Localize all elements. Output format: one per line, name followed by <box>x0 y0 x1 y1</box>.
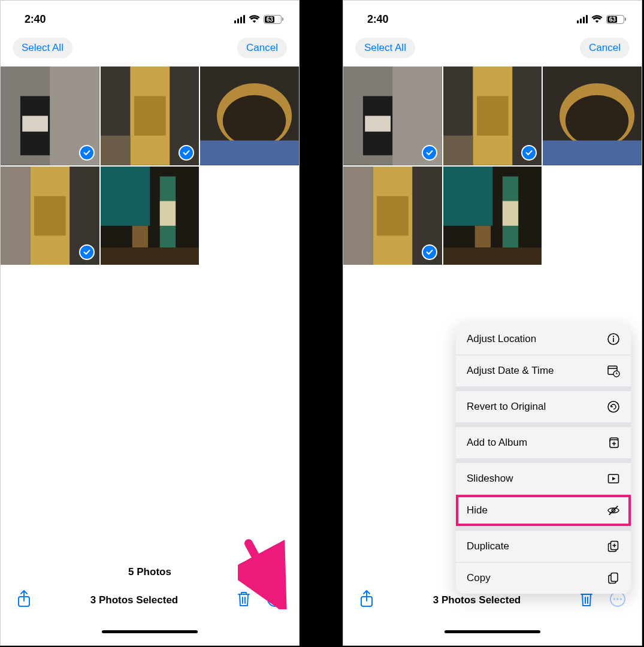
svg-rect-11 <box>200 141 299 165</box>
battery-icon: 63 <box>606 15 626 24</box>
svg-rect-2 <box>22 116 48 131</box>
trash-button[interactable] <box>234 588 253 612</box>
status-indicators: 63 <box>234 15 283 24</box>
svg-rect-19 <box>159 201 175 225</box>
svg-rect-67 <box>611 573 618 582</box>
svg-rect-49 <box>443 247 542 265</box>
photo-thumb[interactable] <box>101 66 199 165</box>
share-button[interactable] <box>356 588 377 612</box>
menu-slideshow[interactable]: Slideshow <box>456 463 631 494</box>
actions-menu: Adjust Location Adjust Date & Time Rever… <box>456 324 631 594</box>
duplicate-icon <box>607 540 620 553</box>
select-all-button[interactable]: Select All <box>355 38 415 58</box>
menu-duplicate[interactable]: Duplicate <box>456 531 631 562</box>
photo-thumb[interactable] <box>543 66 642 165</box>
selection-count-label: 3 Photos Selected <box>90 594 178 606</box>
status-indicators: 63 <box>577 15 626 24</box>
toolbar: 3 Photos Selected <box>343 588 642 645</box>
svg-point-52 <box>613 598 615 600</box>
svg-rect-14 <box>34 196 66 235</box>
phone-screenshot-right: 2:40 63 Select All Cancel <box>343 0 642 646</box>
nav-bar: Select All Cancel <box>1 29 299 66</box>
home-indicator <box>102 630 198 633</box>
share-button[interactable] <box>14 588 34 612</box>
svg-rect-21 <box>101 247 199 265</box>
svg-line-65 <box>609 506 618 515</box>
select-all-button[interactable]: Select All <box>13 38 72 58</box>
svg-point-10 <box>223 95 286 147</box>
home-indicator <box>445 630 540 633</box>
svg-rect-43 <box>343 167 373 265</box>
photo-count-label: 5 Photos <box>128 566 171 578</box>
menu-adjust-datetime[interactable]: Adjust Date & Time <box>456 355 631 386</box>
nav-bar: Select All Cancel <box>343 29 642 66</box>
svg-point-56 <box>613 336 614 337</box>
photo-thumb[interactable] <box>1 66 99 165</box>
svg-point-26 <box>277 598 279 600</box>
selection-check-icon <box>79 244 95 260</box>
wifi-icon <box>591 15 603 23</box>
selection-check-icon <box>422 244 437 260</box>
svg-rect-48 <box>474 225 490 247</box>
menu-item-label: Adjust Location <box>467 333 536 345</box>
eye-slash-icon <box>607 504 620 517</box>
svg-rect-17 <box>101 167 150 226</box>
svg-rect-45 <box>443 167 492 226</box>
svg-point-38 <box>566 95 628 147</box>
menu-item-label: Revert to Original <box>467 401 546 413</box>
wifi-icon <box>249 15 260 23</box>
svg-point-53 <box>616 598 618 600</box>
svg-rect-47 <box>502 201 518 225</box>
revert-icon <box>607 400 620 413</box>
more-button[interactable] <box>264 588 286 612</box>
status-time: 2:40 <box>25 13 46 26</box>
menu-item-label: Hide <box>467 504 488 516</box>
selection-check-icon <box>521 145 537 161</box>
selection-check-icon <box>179 145 194 161</box>
svg-rect-57 <box>613 338 614 342</box>
menu-adjust-location[interactable]: Adjust Location <box>456 324 631 355</box>
toolbar: 5 Photos 3 Photos Selected <box>1 566 299 645</box>
svg-point-61 <box>608 401 619 412</box>
svg-rect-34 <box>477 96 509 135</box>
menu-hide[interactable]: Hide <box>456 495 631 526</box>
svg-rect-42 <box>377 196 409 235</box>
svg-point-54 <box>620 598 622 600</box>
menu-copy[interactable]: Copy <box>456 563 631 594</box>
selection-check-icon <box>422 145 437 161</box>
status-bar: 2:40 63 <box>1 1 299 29</box>
menu-add-to-album[interactable]: Add to Album <box>456 427 631 458</box>
photo-grid <box>1 66 299 265</box>
menu-item-label: Slideshow <box>467 473 513 485</box>
cancel-button[interactable]: Cancel <box>580 38 630 58</box>
cellular-icon <box>234 15 245 23</box>
svg-rect-30 <box>365 116 391 131</box>
photo-thumb[interactable] <box>1 167 99 265</box>
photo-thumb[interactable] <box>343 66 442 165</box>
info-icon <box>607 332 620 346</box>
cancel-button[interactable]: Cancel <box>237 38 287 58</box>
status-time: 2:40 <box>367 13 388 26</box>
battery-icon: 63 <box>264 15 283 24</box>
svg-rect-15 <box>1 167 30 265</box>
svg-point-24 <box>271 598 273 600</box>
photo-thumb[interactable] <box>200 66 299 165</box>
album-add-icon <box>607 436 620 449</box>
photo-thumb[interactable] <box>443 167 542 265</box>
menu-item-label: Add to Album <box>467 437 527 449</box>
play-rect-icon <box>607 472 620 485</box>
svg-rect-6 <box>134 96 166 135</box>
photo-thumb[interactable] <box>343 167 442 265</box>
svg-rect-39 <box>543 141 642 165</box>
copy-icon <box>607 572 620 585</box>
photo-thumb[interactable] <box>101 167 199 265</box>
selection-count-label: 3 Photos Selected <box>433 594 521 606</box>
status-bar: 2:40 63 <box>343 1 642 29</box>
menu-revert-original[interactable]: Revert to Original <box>456 391 631 422</box>
menu-item-label: Duplicate <box>467 540 509 552</box>
selection-check-icon <box>79 145 95 161</box>
photo-thumb[interactable] <box>443 66 542 165</box>
svg-point-25 <box>274 598 276 600</box>
calendar-clock-icon <box>607 364 620 377</box>
svg-rect-20 <box>132 225 147 247</box>
